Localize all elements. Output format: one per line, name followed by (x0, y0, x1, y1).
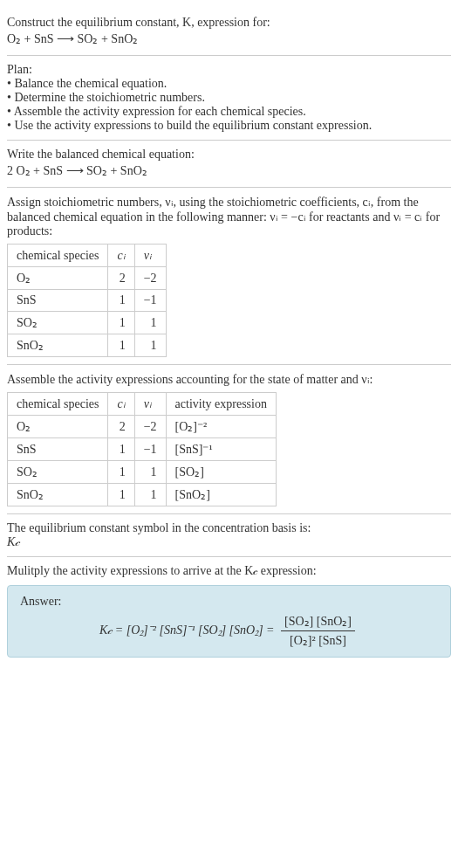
vi-cell: −1 (134, 290, 166, 312)
col-activity: activity expression (166, 393, 276, 416)
plan-bullet-3: • Assemble the activity expression for e… (7, 105, 451, 119)
fraction-denominator: [O₂]² [SnS] (281, 631, 355, 648)
plan-bullet-4: • Use the activity expressions to build … (7, 119, 451, 133)
vi-cell: 1 (134, 334, 166, 357)
plan-label: Plan: (7, 63, 451, 77)
table-row: SnS 1 −1 [SnS]⁻¹ (8, 438, 277, 461)
fraction-numerator: [SO₂] [SnO₂] (281, 614, 355, 631)
vi-cell: −2 (134, 416, 166, 438)
vi-cell: −2 (134, 267, 166, 290)
ci-cell: 1 (108, 484, 134, 506)
species-cell: O₂ (8, 416, 108, 438)
species-cell: SnS (8, 290, 108, 312)
species-cell: SnO₂ (8, 334, 108, 357)
table-row: SO₂ 1 1 [SO₂] (8, 461, 277, 484)
ci-cell: 1 (108, 438, 134, 461)
balanced-label: Write the balanced chemical equation: (7, 148, 451, 162)
balanced-equation: 2 O₂ + SnS ⟶ SO₂ + SnO₂ (7, 163, 451, 178)
final-text: Mulitply the activity expressions to arr… (7, 564, 451, 578)
table-row: SnO₂ 1 1 (8, 334, 167, 357)
activity-cell: [SnO₂] (166, 484, 276, 506)
table-row: SnS 1 −1 (8, 290, 167, 312)
vi-cell: 1 (134, 484, 166, 506)
ci-cell: 1 (108, 290, 134, 312)
section-plan: Plan: • Balance the chemical equation. •… (7, 56, 451, 141)
table-row: SnO₂ 1 1 [SnO₂] (8, 484, 277, 506)
vi-cell: 1 (134, 312, 166, 334)
col-species: chemical species (8, 245, 108, 267)
ci-cell: 2 (108, 416, 134, 438)
col-vi: νᵢ (134, 245, 166, 267)
section-stoich-numbers: Assign stoichiometric numbers, νᵢ, using… (7, 188, 451, 365)
answer-equation: K𝒸 = [O₂]⁻² [SnS]⁻¹ [SO₂] [SnO₂] = [SO₂]… (20, 614, 438, 648)
table-header-row: chemical species cᵢ νᵢ (8, 245, 167, 267)
stoich-table: chemical species cᵢ νᵢ O₂ 2 −2 SnS 1 −1 … (7, 244, 167, 357)
section-final: Mulitply the activity expressions to arr… (7, 557, 451, 658)
section-activity: Assemble the activity expressions accoun… (7, 365, 451, 514)
ci-cell: 2 (108, 267, 134, 290)
answer-fraction: [SO₂] [SnO₂] [O₂]² [SnS] (281, 614, 355, 648)
ci-cell: 1 (108, 461, 134, 484)
activity-cell: [O₂]⁻² (166, 416, 276, 438)
intro-text: Construct the equilibrium constant, K, e… (7, 16, 451, 30)
species-cell: SnO₂ (8, 484, 108, 506)
initial-equation: O₂ + SnS ⟶ SO₂ + SnO₂ (7, 31, 451, 46)
species-cell: SO₂ (8, 312, 108, 334)
col-vi: νᵢ (134, 393, 166, 416)
stoich-text: Assign stoichiometric numbers, νᵢ, using… (7, 195, 451, 238)
col-species: chemical species (8, 393, 108, 416)
symbol-kc: K𝒸 (7, 535, 451, 549)
vi-cell: −1 (134, 438, 166, 461)
table-row: O₂ 2 −2 [O₂]⁻² (8, 416, 277, 438)
plan-bullet-2: • Determine the stoichiometric numbers. (7, 91, 451, 105)
ci-cell: 1 (108, 312, 134, 334)
species-cell: SO₂ (8, 461, 108, 484)
col-ci: cᵢ (108, 245, 134, 267)
activity-cell: [SO₂] (166, 461, 276, 484)
table-header-row: chemical species cᵢ νᵢ activity expressi… (8, 393, 277, 416)
vi-cell: 1 (134, 461, 166, 484)
table-row: SO₂ 1 1 (8, 312, 167, 334)
activity-text: Assemble the activity expressions accoun… (7, 372, 451, 387)
answer-box: Answer: K𝒸 = [O₂]⁻² [SnS]⁻¹ [SO₂] [SnO₂]… (7, 585, 451, 658)
answer-label: Answer: (20, 595, 438, 609)
plan-bullet-1: • Balance the chemical equation. (7, 77, 451, 91)
intro-prefix: Construct the equilibrium constant, K, e… (7, 16, 270, 29)
col-ci: cᵢ (108, 393, 134, 416)
activity-cell: [SnS]⁻¹ (166, 438, 276, 461)
species-cell: SnS (8, 438, 108, 461)
species-cell: O₂ (8, 267, 108, 290)
section-symbol: The equilibrium constant symbol in the c… (7, 514, 451, 557)
ci-cell: 1 (108, 334, 134, 357)
activity-table: chemical species cᵢ νᵢ activity expressi… (7, 392, 277, 506)
answer-lhs: K𝒸 = [O₂]⁻² [SnS]⁻¹ [SO₂] [SnO₂] = (99, 623, 277, 637)
table-row: O₂ 2 −2 (8, 267, 167, 290)
section-balanced: Write the balanced chemical equation: 2 … (7, 141, 451, 188)
symbol-text: The equilibrium constant symbol in the c… (7, 521, 451, 535)
section-intro: Construct the equilibrium constant, K, e… (7, 7, 451, 56)
